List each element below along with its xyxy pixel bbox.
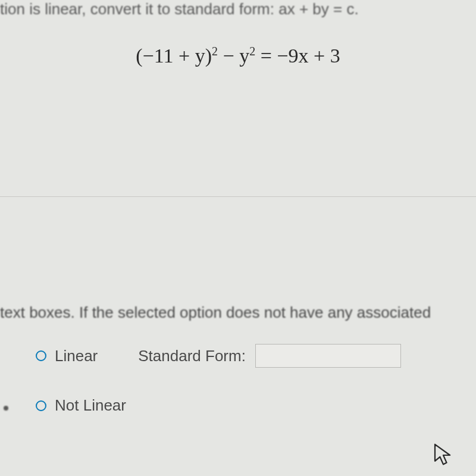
decorative-dot [4, 406, 8, 411]
section-divider [0, 196, 476, 197]
cursor-icon [433, 443, 453, 470]
equation-lhs-1: (−11 + y) [136, 45, 212, 67]
equation-exp-1: 2 [212, 45, 218, 58]
option-not-linear-row: Not Linear [36, 396, 401, 415]
question-instruction-partial: tion is linear, convert it to standard f… [0, 0, 359, 18]
equation-lhs-2: − y [218, 45, 249, 67]
equation-display: (−11 + y)2 − y2 = −9x + 3 [136, 45, 340, 67]
radio-linear[interactable] [36, 350, 46, 361]
standard-form-input[interactable] [255, 344, 401, 368]
option-linear-row: Linear Standard Form: [36, 344, 401, 368]
option-linear-label: Linear [55, 347, 98, 365]
answer-options: Linear Standard Form: Not Linear [36, 344, 401, 443]
equation-exp-2: 2 [249, 45, 255, 58]
equation-rhs: = −9x + 3 [255, 45, 340, 67]
answer-instruction-partial: text boxes. If the selected option does … [0, 303, 431, 322]
radio-not-linear[interactable] [36, 400, 46, 411]
option-not-linear-label: Not Linear [55, 396, 126, 415]
standard-form-label: Standard Form: [138, 347, 246, 365]
